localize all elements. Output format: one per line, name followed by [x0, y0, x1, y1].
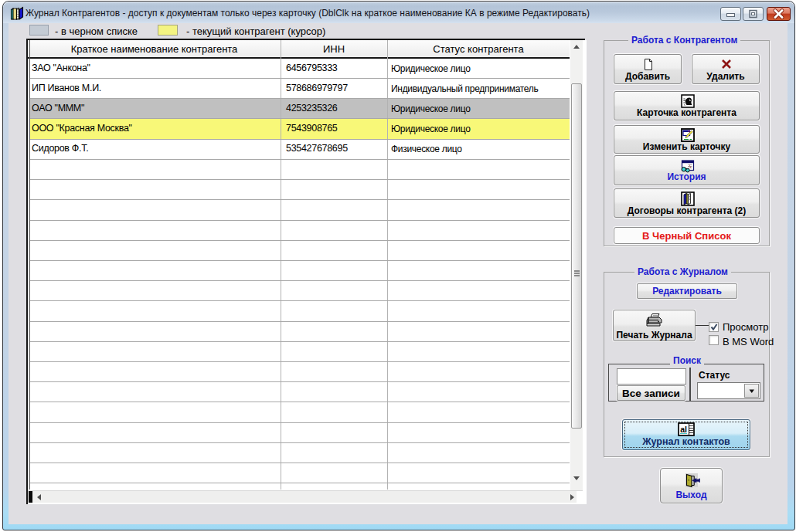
svg-text:al: al	[680, 425, 687, 434]
